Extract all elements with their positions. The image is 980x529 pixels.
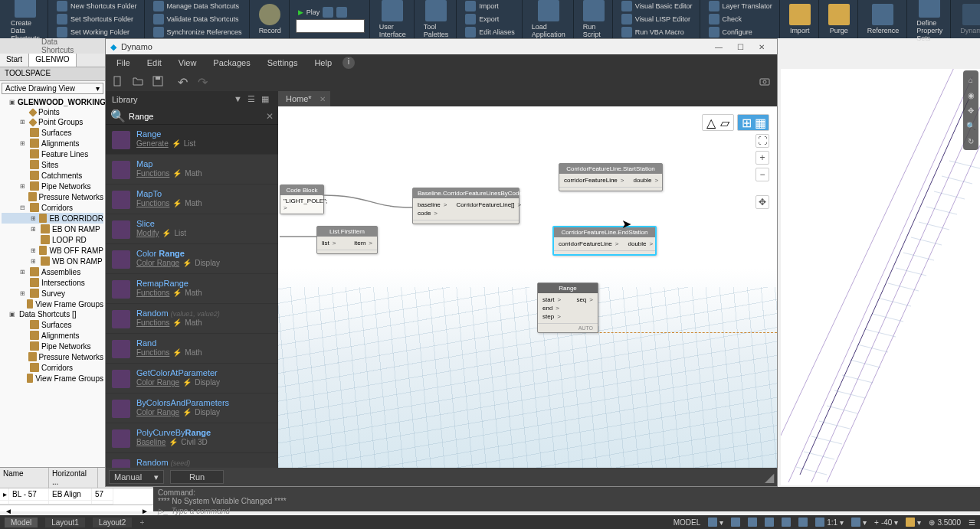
toolspace-view-combo[interactable]: Active Drawing View▾	[2, 83, 103, 94]
record-button[interactable]: Record	[256, 3, 284, 35]
open-file-icon[interactable]	[132, 75, 144, 87]
save-icon[interactable]	[152, 75, 164, 87]
nav-wheel-icon[interactable]: ◉	[965, 89, 977, 101]
search-result-item[interactable]: Rand Functions⚡Math	[106, 334, 278, 364]
table-prev[interactable]: ◄	[5, 507, 12, 515]
set-shortcuts-folder-button[interactable]: Set Shortcuts Folder	[54, 13, 139, 25]
snap-grid-icon[interactable]: ▾	[708, 518, 723, 527]
layout1-tab[interactable]: Layout1	[45, 518, 85, 527]
reference-button[interactable]: Reference	[864, 3, 903, 35]
tree-surfaces[interactable]: Surfaces	[2, 127, 103, 138]
transparency-icon[interactable]	[798, 518, 808, 527]
dynamo-titlebar[interactable]: ◆ Dynamo — ☐ ✕	[106, 39, 777, 54]
sort-icon[interactable]: ☰	[247, 94, 258, 105]
scale-display[interactable]: 1:1▾	[815, 518, 844, 527]
node-end-station[interactable]: CorridorFeatureLine.EndStation corridorF…	[552, 226, 657, 256]
tree-pipe-networks[interactable]: ⊞Pipe Networks	[2, 181, 103, 191]
tree-ds-corridors[interactable]: Corridors	[2, 362, 103, 373]
tree-pressure-networks[interactable]: Pressure Networks	[2, 191, 103, 202]
manage-data-shortcuts-button[interactable]: Manage Data Shortcuts	[151, 0, 244, 12]
redo-icon[interactable]: ↷	[198, 75, 210, 87]
run-script-button[interactable]: Run Script	[580, 0, 608, 39]
command-input[interactable]: Type a command	[172, 507, 231, 515]
nav-mode-2-button[interactable]: ▦	[753, 116, 767, 129]
node-start-station[interactable]: CorridorFeatureLine.StartStation corrido…	[559, 163, 663, 191]
search-result-item[interactable]: MapTo Functions⚡Math	[106, 184, 278, 214]
synchronize-references-button[interactable]: Synchronize References	[151, 26, 244, 38]
node-baseline-featurelines[interactable]: Baseline.CorridorFeatureLinesByCode base…	[412, 188, 519, 224]
model-space-button[interactable]: MODEL	[674, 518, 701, 527]
search-result-item[interactable]: Slice Modify⚡List	[106, 214, 278, 244]
tree-wb-off-ramp[interactable]: ⊞WB OFF RAMP	[2, 245, 103, 256]
tree-eb-corridor[interactable]: ⊞EB CORRIDOR	[2, 213, 103, 224]
macro-name-input[interactable]	[296, 19, 365, 33]
workspace-icon[interactable]: ▾	[906, 518, 921, 527]
menu-view[interactable]: View	[172, 57, 203, 69]
osnap-icon[interactable]	[765, 518, 774, 527]
tool-palettes-button[interactable]: Tool Palettes	[421, 0, 452, 39]
drawing-tab[interactable]: GLENWO	[29, 54, 76, 67]
search-result-item[interactable]: GetColorAtParameter Color Range⚡Display	[106, 364, 278, 393]
menu-info-icon[interactable]: i	[343, 57, 355, 69]
model-tab[interactable]: Model	[5, 518, 38, 527]
table-next[interactable]: ►	[141, 507, 149, 515]
set-working-folder-button[interactable]: Set Working Folder	[54, 26, 139, 38]
lineweight-icon[interactable]	[782, 518, 791, 527]
start-tab[interactable]: Start	[0, 54, 29, 67]
clear-search-icon[interactable]: ✕	[266, 111, 274, 122]
search-result-item[interactable]: Color Range Color Range⚡Display	[106, 244, 278, 274]
graph-view-button[interactable]: ▱	[718, 116, 732, 129]
run-mode-select[interactable]: Manual▾	[109, 470, 164, 484]
menu-packages[interactable]: Packages	[207, 57, 256, 69]
tree-points[interactable]: Points	[2, 107, 103, 117]
tree-intersections[interactable]: Intersections	[2, 277, 103, 288]
tab-close-icon[interactable]: ✕	[320, 95, 326, 103]
tree-catchments[interactable]: Catchments	[2, 170, 103, 181]
tree-assemblies[interactable]: ⊞Assemblies	[2, 266, 103, 277]
close-button[interactable]: ✕	[751, 40, 772, 54]
add-layout-button[interactable]: +	[139, 518, 144, 527]
tree-ds-pipe-networks[interactable]: Pipe Networks	[2, 341, 103, 351]
nav-mode-button[interactable]: ⊞	[739, 116, 753, 129]
undo-icon[interactable]: ↶	[178, 75, 190, 87]
tree-alignments[interactable]: ⊞Alignments	[2, 138, 103, 149]
nav-pan-icon[interactable]: ✥	[965, 104, 977, 116]
pan-button[interactable]: ✥	[755, 195, 769, 209]
layout2-tab[interactable]: Layout2	[93, 518, 133, 527]
table-row[interactable]: ▸ BL - 57 EB Align 57	[0, 488, 153, 501]
tree-loop-rd[interactable]: LOOP RD	[2, 234, 103, 245]
dynamo-canvas[interactable]: Home* ✕ △▱ ⊞▦ ⛶ + − ✥ C	[278, 91, 777, 468]
layer-translator-button[interactable]: Layer Translator	[706, 0, 775, 12]
tree-sites[interactable]: Sites	[2, 159, 103, 170]
ortho-icon[interactable]	[731, 518, 740, 527]
search-results[interactable]: Range Generate⚡List Map Functions⚡Math M…	[106, 125, 278, 468]
filter-icon[interactable]: ▼	[234, 94, 244, 105]
polar-icon[interactable]	[748, 518, 757, 527]
check-button[interactable]: Check	[706, 13, 775, 25]
tree-eb-on-ramp[interactable]: ⊞EB ON RAMP	[2, 224, 103, 234]
annotation-icon[interactable]: ▾	[851, 518, 867, 527]
import-button[interactable]: Import	[463, 0, 517, 12]
new-file-icon[interactable]	[112, 75, 124, 87]
node-code-block[interactable]: Code Block "LIGHT_POLE"; >	[280, 184, 324, 214]
menu-help[interactable]: Help	[308, 57, 338, 69]
user-interface-button[interactable]: User Interface	[376, 0, 409, 39]
tree-feature-lines[interactable]: Feature Lines	[2, 149, 103, 159]
search-result-item[interactable]: PolyCurveByRange Baseline⚡Civil 3D	[106, 423, 278, 453]
tree-point-groups[interactable]: ⊞Point Groups	[2, 117, 103, 127]
tree-data-shortcuts[interactable]: ▣Data Shortcuts []	[2, 309, 103, 319]
create-data-shortcuts-button[interactable]: Create Data Shortcuts	[8, 0, 43, 43]
visual-lisp-editor-button[interactable]: Visual LISP Editor	[619, 13, 695, 25]
minimize-button[interactable]: —	[708, 40, 729, 54]
run-button[interactable]: Run	[170, 470, 224, 484]
drawing-viewport[interactable]: ⌂ ◉ ✥ 🔍 ↻	[781, 69, 980, 485]
search-result-item[interactable]: ByColorsAndParameters Color Range⚡Displa…	[106, 393, 278, 423]
fit-view-button[interactable]: ⛶	[755, 134, 769, 148]
visual-basic-editor-button[interactable]: Visual Basic Editor	[619, 0, 695, 12]
angle-display[interactable]: + -40▾	[874, 518, 898, 527]
menu-edit[interactable]: Edit	[141, 57, 168, 69]
purge-button[interactable]: Purge	[825, 3, 853, 35]
tree-ds-view-frame-groups[interactable]: View Frame Groups	[2, 373, 103, 384]
tree-corridors[interactable]: ⊟Corridors	[2, 202, 103, 213]
menu-settings[interactable]: Settings	[261, 57, 304, 69]
